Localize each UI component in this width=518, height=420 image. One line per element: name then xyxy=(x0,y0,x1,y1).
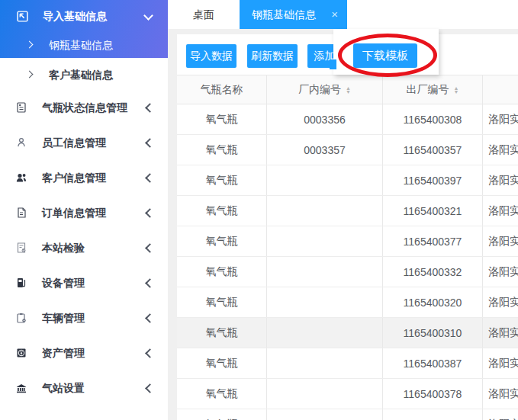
inspection-icon xyxy=(15,242,27,254)
sidebar-group-label: 客户信息管理 xyxy=(42,160,106,195)
sidebar-group-label: 资产管理 xyxy=(42,335,85,370)
sidebar-group-label: 设备管理 xyxy=(42,265,85,300)
cell-factory-number: 1165400332 xyxy=(383,257,483,287)
sidebar: 导入基础信息 钢瓶基础信息 客户基础信息 气瓶状态信息管理 员工信息管理 xyxy=(0,0,168,420)
cell-manufacturer: 洛阳实 xyxy=(483,226,518,256)
chevron-left-icon xyxy=(145,278,155,288)
table-row[interactable]: 氧气瓶 1165400387 洛阳实 xyxy=(177,348,518,379)
cell-cylinder-name: 氧气瓶 xyxy=(177,165,267,195)
chevron-right-icon xyxy=(26,41,34,49)
cell-cylinder-name: 氧气瓶 xyxy=(177,348,267,378)
tab-desktop[interactable]: 桌面 xyxy=(193,0,214,29)
cell-cylinder-name: 氧气瓶 xyxy=(177,287,267,317)
table-row[interactable]: 氧气瓶 1165400321 洛阳实 xyxy=(177,196,518,226)
sort-icon[interactable]: ▲▼ xyxy=(454,86,459,94)
table-row[interactable]: 氧气瓶 1165400397 洛阳实 xyxy=(177,165,518,196)
chevron-left-icon xyxy=(145,138,155,148)
sidebar-group-label: 车辆管理 xyxy=(42,300,85,335)
table-row[interactable]: 氧气瓶 1165400377 洛阳实 xyxy=(177,226,518,257)
chevron-down-icon xyxy=(143,11,153,21)
sidebar-item-customer-base-info[interactable]: 客户基础信息 xyxy=(0,60,168,89)
cell-internal-number xyxy=(267,409,383,420)
chevron-left-icon xyxy=(145,313,155,323)
table-row[interactable]: 氧气瓶 0003357 1165400357 洛阳实 xyxy=(177,135,518,165)
cell-manufacturer: 洛阳实 xyxy=(483,196,518,226)
cell-cylinder-name: 氧气瓶 xyxy=(177,196,267,226)
cell-internal-number xyxy=(267,287,383,317)
table-row[interactable]: 氧气瓶 1165400320 洛阳实 xyxy=(177,287,518,318)
customers-icon xyxy=(15,172,27,184)
cell-factory-number: 1165400345 xyxy=(383,409,483,420)
vehicle-icon xyxy=(15,312,27,324)
column-header-manufacturer xyxy=(483,75,518,104)
sidebar-item-device-management[interactable]: 设备管理 xyxy=(0,265,168,300)
column-header-factory-number[interactable]: 出厂编号 ▲▼ xyxy=(383,75,483,104)
cell-factory-number: 1165400377 xyxy=(383,226,483,256)
refresh-data-button[interactable]: 刷新数据 xyxy=(247,44,298,68)
sidebar-item-asset-management[interactable]: 资产管理 xyxy=(0,335,168,370)
cell-factory-number: 1165400357 xyxy=(383,135,483,165)
sidebar-subitem-label: 客户基础信息 xyxy=(49,60,113,89)
import-icon xyxy=(16,10,29,23)
cell-internal-number xyxy=(267,257,383,287)
sidebar-item-cylinder-base-info[interactable]: 钢瓶基础信息 xyxy=(0,32,168,58)
sidebar-item-vehicle-management[interactable]: 车辆管理 xyxy=(0,300,168,335)
table-header-row: 气瓶名称 厂内编号 ▲▼ 出厂编号 ▲▼ xyxy=(177,75,518,104)
sidebar-group-label: 气站设置 xyxy=(42,370,85,406)
employee-icon xyxy=(15,136,27,149)
cell-factory-number: 1165400310 xyxy=(383,318,483,348)
station-icon xyxy=(15,382,27,394)
close-icon[interactable]: × xyxy=(331,0,338,29)
sidebar-item-import-base-info[interactable]: 导入基础信息 xyxy=(0,0,168,32)
cell-internal-number: 0003357 xyxy=(267,135,383,165)
sidebar-item-cylinder-status[interactable]: 气瓶状态信息管理 xyxy=(0,90,168,125)
table-row[interactable]: 氧气瓶 1165400378 洛阳实 xyxy=(177,379,518,409)
cell-cylinder-name: 氧气瓶 xyxy=(177,318,267,348)
cell-cylinder-name: 氧气瓶 xyxy=(177,379,267,409)
cell-manufacturer: 洛阳实 xyxy=(483,318,518,348)
cell-manufacturer: 洛阳实 xyxy=(483,257,518,287)
chevron-left-icon xyxy=(145,383,155,393)
sidebar-subitem-label: 钢瓶基础信息 xyxy=(49,32,113,58)
cell-internal-number xyxy=(267,226,383,256)
cell-manufacturer: 洛阳实 xyxy=(483,379,518,409)
chevron-left-icon xyxy=(145,348,155,358)
cell-manufacturer: 洛阳实 xyxy=(483,165,518,195)
cell-internal-number xyxy=(267,165,383,195)
sidebar-item-employee-info[interactable]: 员工信息管理 xyxy=(0,125,168,160)
cell-cylinder-name: 氧气瓶 xyxy=(177,226,267,256)
chevron-left-icon xyxy=(145,208,155,218)
column-header-cylinder-name: 气瓶名称 xyxy=(177,75,267,104)
table-row[interactable]: 氧气瓶 0003356 1165400308 洛阳实 xyxy=(177,104,518,135)
cell-factory-number: 1165400397 xyxy=(383,165,483,195)
cell-internal-number xyxy=(267,318,383,348)
download-template-button[interactable]: 下载模板 xyxy=(353,43,417,68)
cell-factory-number: 1165400308 xyxy=(383,104,483,134)
cell-factory-number: 1165400321 xyxy=(383,196,483,226)
sidebar-item-order-info[interactable]: 订单信息管理 xyxy=(0,195,168,230)
device-icon xyxy=(15,277,27,289)
tab-label: 钢瓶基础信息 xyxy=(252,0,316,29)
sidebar-active-group-block: 导入基础信息 钢瓶基础信息 xyxy=(0,0,168,58)
chevron-left-icon xyxy=(145,173,155,183)
cell-cylinder-name: 氧气瓶 xyxy=(177,257,267,287)
column-header-internal-number[interactable]: 厂内编号 ▲▼ xyxy=(267,75,383,104)
asset-icon xyxy=(15,347,27,359)
sidebar-item-station-inspection[interactable]: 本站检验 xyxy=(0,230,168,265)
tab-cylinder-base-info[interactable]: 钢瓶基础信息 × xyxy=(240,0,347,29)
button-fragment xyxy=(330,59,336,69)
import-data-button[interactable]: 导入数据 xyxy=(186,44,236,68)
sidebar-item-customer-info[interactable]: 客户信息管理 xyxy=(0,160,168,195)
sidebar-item-station-settings[interactable]: 气站设置 xyxy=(0,370,168,406)
order-icon xyxy=(15,207,27,219)
cell-cylinder-name: 氧气瓶 xyxy=(177,104,267,134)
chevron-left-icon xyxy=(145,103,155,113)
cell-internal-number xyxy=(267,348,383,378)
sort-icon[interactable]: ▲▼ xyxy=(346,86,351,94)
data-table: 气瓶名称 厂内编号 ▲▼ 出厂编号 ▲▼ 氧气瓶 0003356 1165400… xyxy=(177,75,518,420)
cell-internal-number xyxy=(267,196,383,226)
table-row[interactable]: 氧气瓶 1165400332 洛阳实 xyxy=(177,257,518,287)
table-row[interactable]: 氧气瓶 1165400345 洛阳实 xyxy=(177,409,518,420)
cell-factory-number: 1165400378 xyxy=(383,379,483,409)
table-row[interactable]: 氧气瓶 1165400310 洛阳实 xyxy=(177,318,518,348)
